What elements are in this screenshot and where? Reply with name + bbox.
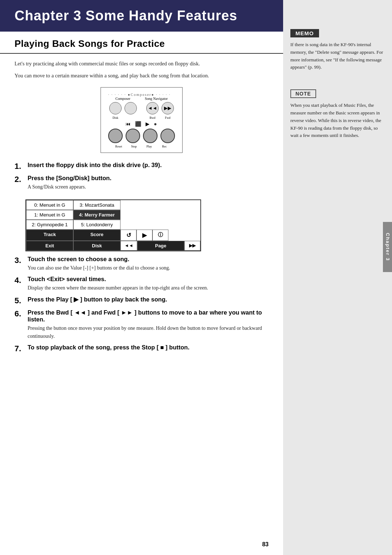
- info-btn[interactable]: ⓘ: [152, 230, 168, 241]
- cell-0-menuet: 0: Menuet in G: [26, 200, 73, 210]
- fwd-label: Fwd: [162, 116, 174, 119]
- symbol-rec: ●: [154, 121, 157, 127]
- step-3-title: Touch the screen to choose a song.: [28, 256, 269, 263]
- play-label: Play: [143, 145, 155, 148]
- step-2-number: 2.: [15, 175, 28, 184]
- chapter-tab: Chapter 3: [383, 222, 392, 272]
- section-title: Playing Back Songs for Practice: [0, 32, 283, 54]
- page-number: 83: [262, 541, 269, 548]
- symbol-play: ▶: [146, 121, 150, 127]
- chapter-title: Chapter 3 Some Handy Features: [15, 8, 269, 24]
- section-heading: Playing Back Songs for Practice: [15, 38, 269, 49]
- play-btn[interactable]: ▶: [136, 230, 152, 241]
- cell-2-gymno: 2: Gymnopedie 1: [26, 220, 73, 230]
- screen-grid: 0: Menuet in G 3: MozartSonata 1: Menuet…: [25, 199, 201, 251]
- screen-row-2: 1: Menuet in G 4: Merry Farmer: [26, 210, 200, 220]
- loop-btn[interactable]: ↺: [121, 230, 136, 241]
- step-5-content: Press the Play [ ▶ ] button to play back…: [28, 296, 269, 304]
- score-btn[interactable]: Score: [73, 230, 121, 241]
- step-4-content: Touch <Exit> several times. Display the …: [28, 276, 269, 292]
- composer-sublabels-row1: Disk Bwd Fwd: [108, 116, 175, 119]
- bwd-button[interactable]: ◄◄: [146, 102, 159, 114]
- step-6: 6. Press the Bwd [ ◄◄ ] and Fwd [ ►► ] b…: [15, 309, 269, 341]
- screen-row-1: 0: Menuet in G 3: MozartSonata: [26, 200, 200, 210]
- track-btn[interactable]: Track: [26, 230, 73, 241]
- stop-button[interactable]: [126, 129, 140, 143]
- step-3: 3. Touch the screen to choose a song. Yo…: [15, 256, 269, 272]
- stop-label: Stop: [128, 145, 140, 148]
- screen-row-3: 2: Gymnopedie 1 5: Londonderry: [26, 220, 200, 230]
- reset-label: Reset: [113, 145, 125, 148]
- step-5-number: 5.: [15, 296, 28, 305]
- composer-box: · · · · · · ●Composer● · · · · · Compose…: [101, 87, 183, 153]
- main-content: Chapter 3 Some Handy Features Playing Ba…: [0, 0, 283, 555]
- disk-btn[interactable]: Disk: [73, 241, 121, 251]
- composer-sublabels-row2: Reset Stop Play Rec: [108, 145, 175, 148]
- step-2-title: Press the [Song/Disk] button.: [28, 175, 269, 182]
- next-btn[interactable]: ▶▶: [184, 241, 200, 251]
- intro-para-2: You can move to a certain measure within…: [15, 72, 269, 80]
- page-btn[interactable]: Page: [137, 241, 184, 251]
- note-label: NOTE: [290, 89, 316, 98]
- step-1-number: 1.: [15, 162, 28, 171]
- composer-labels: Composer Song Navigator: [108, 97, 175, 101]
- screen-row-4: Track Score ↺ ▶ ⓘ: [26, 230, 200, 241]
- composer-large-buttons: [108, 129, 175, 143]
- step-3-number: 3.: [15, 256, 28, 265]
- bwd-label: Bwd: [146, 116, 159, 119]
- chapter-header: Chapter 3 Some Handy Features: [0, 0, 283, 32]
- rec-button[interactable]: [160, 129, 175, 143]
- step-7-title: To stop playback of the song, press the …: [28, 344, 269, 351]
- step-2-desc: A Song/Disk screen appears.: [28, 183, 269, 191]
- disk-label: Disk: [109, 116, 122, 119]
- memo-box: MEMO If there is song data in the KF-90'…: [290, 29, 385, 71]
- play-button[interactable]: [143, 129, 158, 143]
- song-disk-screen: 0: Menuet in G 3: MozartSonata 1: Menuet…: [25, 199, 201, 251]
- step-6-title: Press the Bwd [ ◄◄ ] and Fwd [ ►► ] butt…: [28, 309, 269, 323]
- content-area: Let's try practicing along with commerci…: [0, 60, 283, 353]
- step-5: 5. Press the Play [ ▶ ] button to play b…: [15, 296, 269, 305]
- step-5-title: Press the Play [ ▶ ] button to play back…: [28, 296, 269, 303]
- cell-4-merry: 4: Merry Farmer: [73, 210, 121, 220]
- sidebar: Chapter 3 MEMO If there is song data in …: [283, 0, 392, 555]
- reset-button[interactable]: [108, 129, 123, 143]
- navigator-button[interactable]: [124, 102, 137, 114]
- step-7-number: 7.: [15, 344, 28, 353]
- step-7-content: To stop playback of the song, press the …: [28, 344, 269, 352]
- step-4-title: Touch <Exit> several times.: [28, 276, 269, 283]
- symbol-stop: ⬛: [135, 121, 141, 127]
- step-3-content: Touch the screen to choose a song. You c…: [28, 256, 269, 272]
- memo-text: If there is song data in the KF-90's int…: [290, 41, 385, 71]
- step-6-content: Press the Bwd [ ◄◄ ] and Fwd [ ►► ] butt…: [28, 309, 269, 341]
- memo-label: MEMO: [290, 29, 319, 37]
- cell-1-menuet: 1: Menuet in G: [26, 210, 73, 220]
- note-box: NOTE When you start playback of Music Fi…: [290, 89, 385, 139]
- composer-top-buttons: ◄◄ ▶▶: [108, 102, 175, 114]
- symbol-reset: ⏮: [126, 121, 131, 127]
- exit-btn[interactable]: Exit: [26, 241, 73, 251]
- composer-icon-row: ⏮ ⬛ ▶ ●: [108, 121, 175, 127]
- step-1: 1. Insert the floppy disk into the disk …: [15, 162, 269, 171]
- step-1-title: Insert the floppy disk into the disk dri…: [28, 162, 269, 169]
- step-4: 4. Touch <Exit> several times. Display t…: [15, 276, 269, 292]
- step-4-desc: Display the screen where the measure num…: [28, 284, 269, 292]
- step-6-desc: Pressing the button once moves your posi…: [28, 324, 269, 341]
- song-button[interactable]: [109, 102, 122, 114]
- cell-3-mozart: 3: MozartSonata: [73, 200, 121, 210]
- step-3-desc: You can also use the Value [-] [+] butto…: [28, 264, 269, 272]
- step-4-number: 4.: [15, 276, 28, 285]
- composer-label-2: Song Navigator: [145, 97, 168, 101]
- rec-label: Rec: [158, 145, 171, 148]
- step-1-content: Insert the floppy disk into the disk dri…: [28, 162, 269, 170]
- composer-diagram: · · · · · · ●Composer● · · · · · Compose…: [15, 87, 269, 153]
- step-2: 2. Press the [Song/Disk] button. A Song/…: [15, 175, 269, 191]
- prev-btn[interactable]: ◄◄: [121, 241, 137, 251]
- fwd-button[interactable]: ▶▶: [162, 102, 174, 114]
- step-2-content: Press the [Song/Disk] button. A Song/Dis…: [28, 175, 269, 191]
- note-text: When you start playback of Music Files, …: [290, 102, 385, 139]
- composer-dots: · · · · · · ●Composer● · · · · ·: [108, 93, 175, 97]
- screen-row-5: Exit Disk ◄◄ Page ▶▶: [26, 241, 200, 251]
- composer-label-1: Composer: [115, 97, 130, 101]
- cell-5-london: 5: Londonderry: [73, 220, 121, 230]
- step-6-number: 6.: [15, 309, 28, 319]
